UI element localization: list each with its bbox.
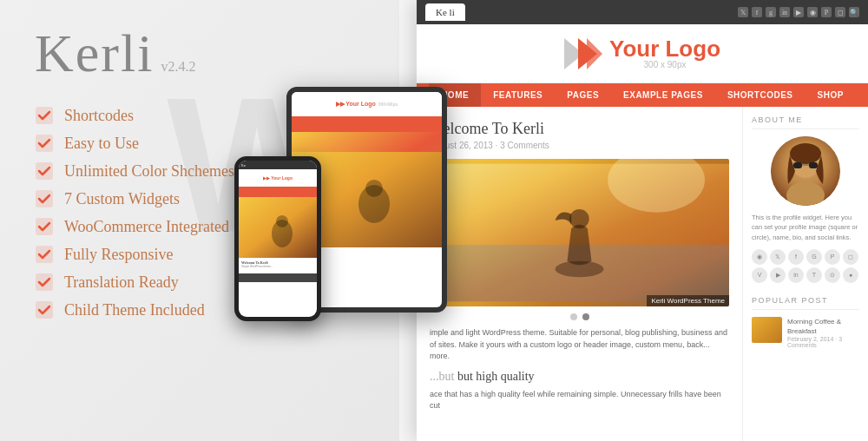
social-instagram[interactable]: ◻ (843, 249, 858, 265)
post-title: Welcome To Kerli (430, 120, 729, 138)
nav-shortcodes[interactable]: SHORTCODES (715, 83, 806, 107)
devices-area: ▶▶ Your Logo 300×90px (234, 87, 425, 417)
post-dots (430, 313, 729, 320)
theme-title: Kerli (35, 23, 154, 82)
feature-label: Unlimited Color Shchemes (64, 162, 234, 181)
main-content: Welcome To Kerli August 26, 2013 · 3 Com… (417, 107, 742, 441)
post-subtitle: ...but but high quality (430, 370, 729, 384)
checkmark-icon (35, 134, 54, 153)
svg-rect-28 (809, 162, 818, 168)
checkmark-icon (35, 245, 54, 264)
popular-post-info: Morning Coffee & Breakfast February 2, 2… (787, 317, 859, 348)
social-twitter[interactable]: 𝕏 (770, 249, 786, 265)
feature-label: Easy to Use (64, 135, 139, 153)
post-meta: August 26, 2013 · 3 Comments (430, 141, 729, 150)
sidebar-popular: POPULAR POST Morning Coffee & Breakfast … (752, 296, 859, 348)
facebook-icon: f (752, 7, 762, 17)
phone-mockup: Ke ▶▶ Your Logo (234, 156, 321, 321)
phone-nav (239, 187, 317, 197)
social-vimeo[interactable]: V (752, 267, 767, 283)
checkmark-icon (35, 273, 54, 292)
linkedin-icon: in (779, 7, 790, 17)
checkmark-icon (35, 217, 54, 236)
phone-header: Ke (239, 161, 317, 169)
dot-2[interactable] (582, 313, 589, 320)
popular-post-item: Morning Coffee & Breakfast February 2, 2… (752, 317, 859, 348)
feature-label: Child Theme Included (64, 301, 205, 319)
twitter-icon: 𝕏 (738, 7, 748, 17)
youtube-icon: ▶ (793, 7, 804, 17)
site-header: Your Logo 300 x 90px (417, 24, 868, 83)
about-text: This is the profile widget. Here you can… (752, 213, 859, 242)
social-tumblr[interactable]: T (806, 267, 822, 283)
checkmark-icon (35, 189, 54, 208)
gplus-icon: g (766, 7, 776, 17)
popular-post-thumb (752, 317, 782, 343)
instagram-icon: ◻ (835, 7, 845, 17)
nav-shop[interactable]: SHOP (806, 83, 856, 107)
popular-title: POPULAR POST (752, 296, 859, 310)
title-section: Kerli v2.4.2 (35, 26, 365, 80)
rss-icon: ◉ (807, 7, 818, 17)
svg-point-10 (365, 180, 383, 197)
svg-point-21 (569, 209, 589, 228)
svg-point-26 (790, 143, 821, 164)
social-linkedin[interactable]: in (788, 267, 804, 283)
browser-mockup: Ke li 𝕏 f g in ▶ ◉ P ◻ 🔍 Your Logo (417, 0, 868, 441)
popular-post-title: Morning Coffee & Breakfast (787, 317, 859, 336)
dot-1[interactable] (570, 313, 577, 320)
checkmark-icon (35, 300, 54, 319)
tab-label: Ke li (436, 7, 455, 17)
phone-footer (239, 273, 317, 282)
post-excerpt2: ace that has a high quality feel while r… (430, 389, 729, 412)
feature-label: Translation Ready (64, 273, 179, 292)
site-body: Welcome To Kerli August 26, 2013 · 3 Com… (417, 107, 868, 441)
nav-pages[interactable]: PAGES (555, 83, 611, 107)
feature-label: Fully Responsive (64, 246, 174, 264)
social-icons-grid: ◉ 𝕏 f G P ◻ V ▶ in T ⊙ ● (752, 249, 859, 283)
phone-logo: ▶▶ Your Logo (239, 169, 317, 187)
sidebar: ABOUT ME (742, 107, 868, 441)
logo-arrows (564, 38, 602, 69)
post-excerpt: imple and light WordPress theme. Suitabl… (430, 327, 729, 363)
browser-bar: Ke li 𝕏 f g in ▶ ◉ P ◻ 🔍 (417, 0, 868, 24)
about-title: ABOUT ME (752, 115, 859, 129)
post-image-caption: Kerli WordPress Theme (647, 295, 729, 306)
social-youtube[interactable]: ▶ (770, 267, 786, 283)
browser-tab: Ke li (425, 3, 465, 21)
browser-icons-right: 𝕏 f g in ▶ ◉ P ◻ 🔍 (738, 7, 859, 17)
checkmark-icon (35, 106, 54, 125)
about-avatar (771, 136, 840, 206)
social-gplus[interactable]: G (806, 249, 822, 265)
sidebar-about: ABOUT ME (752, 115, 859, 283)
feature-label: 7 Custom Widgets (64, 190, 180, 208)
logo-text: Your Logo (609, 37, 720, 60)
pinterest-icon: P (821, 7, 832, 17)
social-flickr[interactable]: ● (843, 267, 858, 283)
nav-features[interactable]: FEATURES (481, 83, 555, 107)
social-rss[interactable]: ◉ (752, 249, 767, 265)
phone-text: Welcome To Kerli Simple WordPress theme.… (239, 258, 317, 272)
checkmark-icon (35, 161, 54, 181)
post-image: Kerli WordPress Theme (430, 159, 729, 306)
social-facebook[interactable]: f (788, 249, 804, 265)
social-pinterest[interactable]: P (825, 249, 840, 265)
site-nav: HOME FEATURES PAGES EXAMPLE PAGES SHORTC… (417, 83, 868, 107)
svg-point-13 (276, 215, 288, 227)
social-github[interactable]: ⊙ (825, 267, 840, 283)
popular-post-date: February 2, 2014 · 3 Comments (787, 336, 859, 348)
phone-image (239, 197, 317, 258)
svg-rect-27 (793, 162, 802, 168)
search-icon[interactable]: 🔍 (849, 7, 859, 17)
feature-label: Shortcodes (64, 107, 134, 125)
feature-label: WooCommerce Integrated (64, 218, 229, 236)
theme-version: v2.4.2 (161, 59, 195, 74)
phone-screen: Ke ▶▶ Your Logo (239, 161, 317, 317)
nav-example-pages[interactable]: EXAMPLE PAGES (611, 83, 715, 107)
